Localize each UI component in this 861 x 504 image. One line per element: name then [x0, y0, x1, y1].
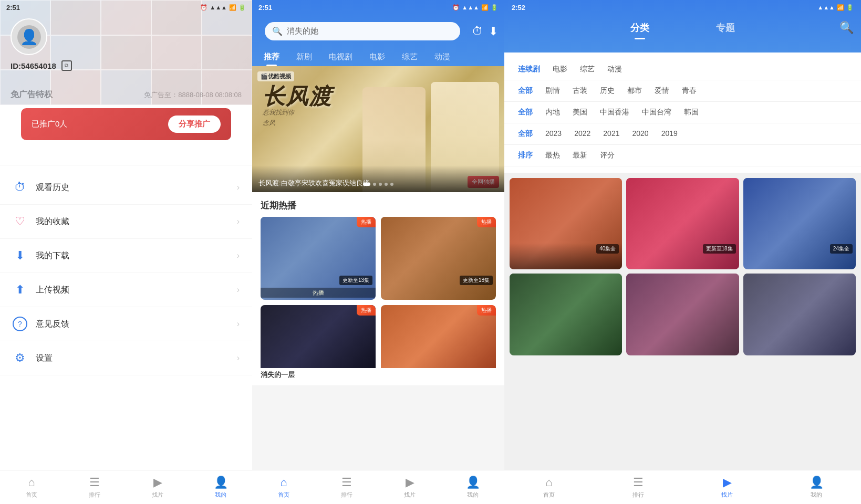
home-nav-find[interactable]: ▶ 找片 [378, 476, 441, 499]
region-korea[interactable]: 韩国 [678, 106, 705, 119]
settings-icon: ⚙ [13, 351, 27, 365]
genre-costume[interactable]: 古装 [566, 85, 594, 97]
history-search-icon[interactable]: ⏱ [472, 25, 483, 38]
nav-mine[interactable]: 👤 我的 [189, 476, 252, 499]
hot-card-1[interactable]: 热播 热播 更新至13集 做自己的光 绝望主妇重启人生 [261, 217, 376, 300]
cat-card-1[interactable]: 40集全 我的人间烟火 [510, 178, 622, 269]
genre-drama-type[interactable]: 剧情 [539, 85, 566, 97]
cat-battery-icon: 🔋 [846, 4, 854, 11]
genre-row-sort: 排序 最热 最新 评分 [504, 145, 861, 166]
cat-signal-icon: ▲▲▲ [817, 4, 835, 10]
year-2022[interactable]: 2022 [568, 128, 597, 140]
genre-chip-variety[interactable]: 综艺 [574, 63, 601, 76]
year-all[interactable]: 全部 [512, 128, 539, 140]
mine-nav-icon: 👤 [214, 476, 228, 489]
tab-new-drama[interactable]: 新剧 [289, 48, 319, 66]
home-status-icons: ⏰ ▲▲▲ 📶 🔋 [452, 4, 498, 11]
banner-area[interactable]: 长风渡 惹我找到你 念风 🎬优酷视频 全网独播 长风渡:白敬亭宋轶欢喜冤家误结良… [252, 66, 504, 192]
menu-item-favorites[interactable]: ♡ 我的收藏 › [0, 205, 252, 239]
menu-item-history[interactable]: ⏱ 观看历史 › [0, 171, 252, 205]
cat-status-icons: ▲▲▲ 📶 🔋 [817, 4, 854, 11]
genre-chip-movie[interactable]: 电影 [546, 63, 574, 76]
copy-icon[interactable]: ⧉ [61, 60, 72, 71]
tab-variety[interactable]: 综艺 [395, 48, 425, 66]
region-usa[interactable]: 美国 [566, 106, 594, 119]
search-bar[interactable]: 🔍 消失的她 [265, 22, 460, 40]
cat-tab-topic[interactable]: 专题 [683, 17, 769, 38]
home-nav-mine-label: 我的 [467, 491, 479, 499]
cat-search-button[interactable]: 🔍 [839, 21, 854, 35]
region-mainland[interactable]: 内地 [539, 106, 566, 119]
menu-item-feedback[interactable]: ? 意见反馈 › [0, 307, 252, 341]
genre-youth[interactable]: 青春 [676, 85, 703, 97]
sort-hottest[interactable]: 最热 [539, 149, 566, 162]
cat-tab-classify[interactable]: 分类 [597, 17, 683, 38]
tab-anime[interactable]: 动漫 [427, 48, 458, 66]
tab-recommend[interactable]: 推荐 [256, 48, 287, 66]
hot-card-3[interactable]: 热播 消失的一层 [261, 305, 376, 380]
genre-all-genre[interactable]: 全部 [512, 85, 539, 97]
sort-rating[interactable]: 评分 [594, 149, 621, 162]
upload-icon: ⬆ [13, 282, 27, 297]
cat-nav-mine[interactable]: 👤 我的 [772, 476, 861, 499]
menu-item-download[interactable]: ⬇ 我的下载 › [0, 239, 252, 273]
genre-row-region: 全部 内地 美国 中国香港 中国台湾 韩国 [504, 102, 861, 123]
region-all[interactable]: 全部 [512, 106, 539, 119]
nav-home[interactable]: ⌂ 首页 [0, 476, 63, 499]
menu-item-settings[interactable]: ⚙ 设置 › [0, 341, 252, 375]
battery-icon: 🔋 [238, 4, 246, 11]
menu-item-upload[interactable]: ⬆ 上传视频 › [0, 273, 252, 307]
promo-button[interactable]: 分享推广 [168, 116, 221, 133]
tab-tv-drama[interactable]: 电视剧 [321, 48, 360, 66]
cat-card-6[interactable] [743, 274, 856, 355]
cat-card-5[interactable] [626, 274, 739, 355]
dot-5[interactable] [390, 183, 393, 186]
dot-1[interactable] [363, 183, 370, 186]
hot-badge-2: 热播 [477, 217, 496, 227]
sort-newest[interactable]: 最新 [566, 149, 594, 162]
home-status-bar: 2:51 ⏰ ▲▲▲ 📶 🔋 [252, 0, 504, 15]
banner-dots [363, 183, 393, 186]
cat-card-4[interactable] [510, 274, 622, 355]
cat-filter-section: 连续剧 电影 综艺 动漫 全部 剧情 古装 历史 都市 爱情 青春 全部 内地 … [504, 52, 861, 173]
cat-mine-icon: 👤 [810, 476, 824, 489]
genre-chip-drama[interactable]: 连续剧 [512, 63, 546, 76]
year-2023[interactable]: 2023 [539, 128, 568, 140]
promo-hint: 分享可得终身免广告特权> [11, 148, 242, 157]
cat-card-3[interactable]: 24集全 消失的十一层 [743, 178, 856, 269]
home-nav-home[interactable]: ⌂ 首页 [252, 476, 315, 499]
search-row: 🔍 消失的她 ⏱ ⬇ [252, 15, 504, 48]
home-nav-home-label: 首页 [278, 491, 289, 499]
dot-3[interactable] [379, 183, 382, 186]
promo-count: 已推广0人 [32, 119, 67, 129]
genre-history[interactable]: 历史 [594, 85, 621, 97]
cat-nav-find[interactable]: ▶ 找片 [683, 476, 772, 499]
dot-2[interactable] [373, 183, 376, 186]
cat-card-2[interactable]: 更新至18集 安乐传 [626, 178, 739, 269]
platform-logo: 🎬优酷视频 [257, 71, 294, 81]
nav-mine-label: 我的 [215, 491, 226, 499]
hot-card-4[interactable]: 热播 [381, 305, 496, 380]
region-hk[interactable]: 中国香港 [594, 106, 636, 119]
year-2020[interactable]: 2020 [626, 128, 655, 140]
hot-section: 近期热播 热播 热播 更新至13集 做自己的光 绝望主妇重启人生 [252, 192, 504, 385]
nav-rank[interactable]: ☰ 排行 [63, 476, 126, 499]
home-nav-mine[interactable]: 👤 我的 [441, 476, 504, 499]
download-header-icon[interactable]: ⬇ [489, 25, 498, 38]
cat-grid: 40集全 我的人间烟火 更新至18集 安乐传 24集全 消失的十一层 [504, 173, 861, 361]
home-nav-rank[interactable]: ☰ 排行 [315, 476, 378, 499]
genre-city[interactable]: 都市 [621, 85, 648, 97]
year-2021[interactable]: 2021 [597, 128, 626, 140]
hot-card-2[interactable]: 热播 更新至18集 安乐传 迪丽热巴龚俊双强宿命恋 [381, 217, 496, 300]
genre-romance[interactable]: 爱情 [648, 85, 676, 97]
nav-find[interactable]: ▶ 找片 [126, 476, 189, 499]
sort-order[interactable]: 排序 [512, 149, 539, 162]
avatar[interactable]: 👤 [11, 18, 47, 55]
genre-chip-anime[interactable]: 动漫 [601, 63, 628, 76]
cat-nav-home[interactable]: ⌂ 首页 [504, 476, 594, 499]
dot-4[interactable] [385, 183, 388, 186]
year-2019[interactable]: 2019 [655, 128, 684, 140]
tab-movie[interactable]: 电影 [362, 48, 392, 66]
cat-nav-rank[interactable]: ☰ 排行 [594, 476, 683, 499]
region-tw[interactable]: 中国台湾 [636, 106, 678, 119]
